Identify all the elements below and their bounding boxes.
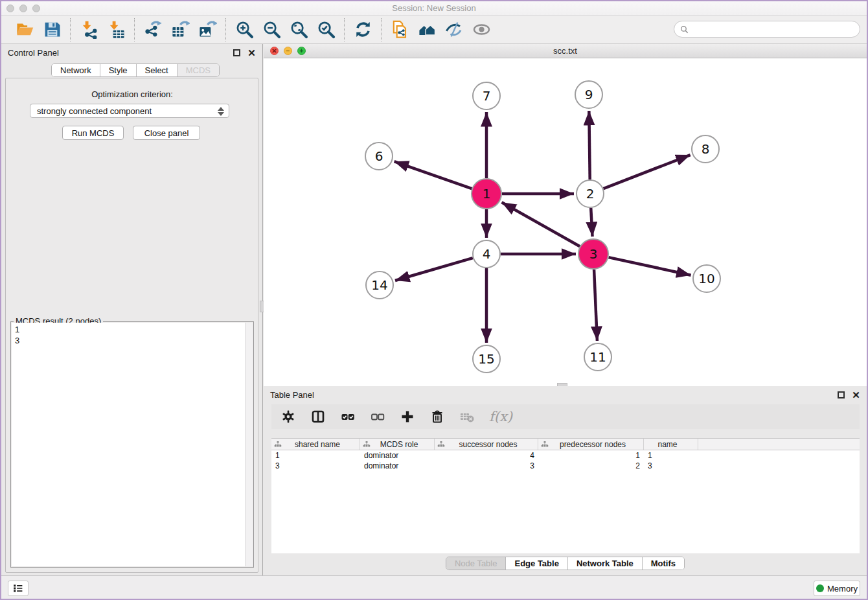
hide-panels-icon[interactable] [444,20,464,40]
column-header-shared-name[interactable]: shared name [271,439,360,450]
zoom-out-icon[interactable] [262,20,281,40]
graph-node-label: 8 [702,141,710,157]
table-cell: 3 [644,461,698,470]
memory-button[interactable]: Memory [814,581,860,596]
open-session-icon[interactable] [15,20,34,40]
main-toolbar [1,16,867,44]
search-icon [680,25,689,34]
refresh-styles-icon[interactable] [353,20,372,40]
table-cell: 3 [435,461,538,470]
table-body: 1dominator4113dominator323 [271,450,860,471]
graph-edge-3-11[interactable] [594,270,597,341]
graph-node-label: 2 [586,186,595,202]
zoom-window-button[interactable] [32,5,40,12]
mcds-result-textarea[interactable]: 1 3 [12,323,253,566]
table-cell: 1 [271,451,360,460]
memory-label: Memory [827,584,858,594]
import-network-icon[interactable] [79,20,98,40]
search-field[interactable] [692,25,854,34]
zoom-fit-icon[interactable] [289,20,308,40]
network-zoom-button[interactable]: + [297,47,306,55]
node-table: shared nameMCDS rolesuccessor nodesprede… [271,438,860,553]
export-network-icon[interactable] [143,20,163,40]
column-header-successor-nodes[interactable]: successor nodes [435,439,538,450]
graph-edge-2-9[interactable] [589,111,589,179]
graph-edge-2-3[interactable] [591,208,592,237]
table-tabs: Node Table Edge Table Network Table Moti… [264,557,867,570]
control-panel-title: Control Panel [8,48,226,58]
graph-node-label: 3 [589,246,598,262]
delete-columns-icon[interactable] [429,409,445,424]
session-title: Session: New Session [1,1,867,16]
result-scrollbar[interactable] [245,323,253,566]
tab-style[interactable]: Style [100,64,137,76]
add-column-icon[interactable] [400,409,415,424]
graph-edge-3-1[interactable] [502,202,580,246]
function-builder-icon: f(x) [489,409,512,424]
graph-edge-3-10[interactable] [608,257,691,275]
table-row[interactable]: 3dominator323 [271,461,860,471]
export-table-icon[interactable] [170,20,190,40]
close-panel-button[interactable]: Close panel [133,126,200,140]
search-input[interactable] [674,21,860,38]
column-header-MCDS-role[interactable]: MCDS role [360,439,435,450]
graph-edge-1-6[interactable] [394,161,472,189]
minimize-window-button[interactable] [19,5,27,12]
graph-node-label: 1 [483,186,491,202]
column-header-name[interactable]: name [644,439,698,450]
task-history-button[interactable] [8,581,29,596]
window-traffic-lights[interactable] [6,5,40,12]
show-panels-icon[interactable] [472,20,491,40]
graph-node-label: 15 [478,351,494,367]
tab-network-table[interactable]: Network Table [568,557,643,570]
fx-label: f(x) [489,409,512,424]
optimization-criterion-select[interactable]: strongly connected component [30,104,229,118]
close-panel-icon[interactable]: ✕ [247,49,256,57]
deselect-all-rows-icon[interactable] [370,409,385,424]
table-cell: 1 [538,451,644,460]
zoom-in-icon[interactable] [234,20,254,40]
table-cell: 2 [538,461,644,470]
mcds-result-line: 1 [12,323,253,335]
dropdown-stepper-icon [218,106,224,117]
import-table-icon[interactable] [106,20,126,40]
control-panel: Control Panel ✕ Network Style Select MCD… [1,44,263,575]
tab-mcds[interactable]: MCDS [177,64,219,76]
zoom-selected-icon[interactable] [316,20,336,40]
tab-node-table[interactable]: Node Table [446,557,507,570]
column-header-predecessor-nodes[interactable]: predecessor nodes [538,439,644,450]
tab-select[interactable]: Select [137,64,177,76]
close-window-button[interactable] [6,5,14,12]
save-session-icon[interactable] [42,20,62,40]
graph-edge-4-14[interactable] [395,258,473,281]
tab-network[interactable]: Network [52,64,100,76]
network-minimize-button[interactable]: − [284,47,292,55]
network-graph[interactable]: 7968124314101511 [264,58,867,386]
export-image-icon[interactable] [198,20,217,40]
mcds-result-line: 3 [12,335,253,346]
split-columns-icon[interactable] [310,409,326,424]
float-panel-icon[interactable] [233,49,241,57]
mcds-result-group: MCDS result (2 nodes) 1 3 [10,321,254,568]
network-close-button[interactable]: ✕ [270,47,279,55]
optimization-criterion-label: Optimization criterion: [1,89,263,99]
tab-motifs[interactable]: Motifs [643,557,684,570]
graph-edge-2-8[interactable] [604,155,691,189]
table-cell: 4 [435,451,538,460]
network-canvas[interactable]: 7968124314101511 [264,58,867,386]
table-row[interactable]: 1dominator411 [271,450,860,461]
close-table-panel-icon[interactable]: ✕ [852,391,860,399]
run-mcds-button[interactable]: Run MCDS [62,126,124,140]
graph-node-label: 4 [483,246,491,262]
float-table-panel-icon[interactable] [837,391,845,399]
select-all-rows-icon[interactable] [340,409,356,424]
table-panel-title: Table Panel [270,390,830,400]
open-recent-session-icon[interactable] [417,20,437,40]
tab-edge-table[interactable]: Edge Table [506,557,567,570]
network-traffic-lights: ✕ − + [270,47,306,55]
memory-status-icon [816,584,824,592]
graph-node-label: 14 [371,277,387,293]
table-settings-icon[interactable] [280,409,296,424]
copy-network-icon[interactable] [390,20,409,40]
column-header-label: MCDS role [373,440,431,449]
